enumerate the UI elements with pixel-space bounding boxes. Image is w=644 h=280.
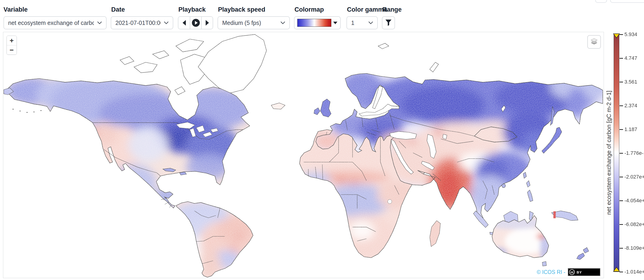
step-back-button[interactable] <box>178 17 190 29</box>
funnel-icon <box>385 19 392 26</box>
range-label: Range <box>382 6 402 13</box>
playback-speed-value: Medium (5 fps) <box>222 19 261 26</box>
cutoff-control-partial <box>610 0 644 3</box>
layers-button[interactable] <box>587 35 601 49</box>
playback-controls <box>178 16 213 29</box>
playback-speed-select[interactable]: Medium (5 fps) <box>218 16 290 29</box>
step-forward-icon <box>205 20 210 26</box>
step-back-icon <box>182 20 186 26</box>
variable-value: net ecosystem exchange of carbon (NEE) <box>8 19 94 26</box>
playback-label: Playback <box>178 6 206 13</box>
colorbar-axis-title: net ecosystem exchange of carbon [gC m-2… <box>606 91 612 215</box>
chevron-down-icon <box>368 21 373 24</box>
noise-overlay <box>4 32 603 278</box>
colorbar-min-handle[interactable] <box>613 267 620 272</box>
colormap-label: Colormap <box>294 6 324 13</box>
colormap-select[interactable] <box>294 16 341 29</box>
world-map[interactable]: + − © ICOS RI - cc BY <box>3 32 604 278</box>
chevron-down-icon <box>97 21 102 24</box>
color-gamma-value: 1 <box>351 19 354 26</box>
zoom-in-button[interactable]: + <box>7 36 16 45</box>
range-filter-button[interactable] <box>382 16 395 29</box>
date-select[interactable]: 2021-07-01T00:00:00Z <box>111 16 173 29</box>
playback-speed-label: Playback speed <box>218 6 265 13</box>
chevron-down-icon <box>164 21 168 24</box>
map-canvas <box>3 32 604 278</box>
app: { "toolbar": { "variable": { "label": "V… <box>0 0 644 280</box>
cc-by-badge[interactable]: cc BY <box>568 268 600 276</box>
attribution-link[interactable]: © ICOS RI - <box>537 269 566 275</box>
colorbar-gradient <box>614 34 619 272</box>
zoom-out-button[interactable]: − <box>7 45 16 54</box>
cc-icon: cc <box>569 269 575 275</box>
attribution: © ICOS RI - cc BY <box>535 268 602 277</box>
variable-select[interactable]: net ecosystem exchange of carbon (NEE) <box>4 16 106 29</box>
cutoff-control-partial <box>595 0 607 3</box>
layers-icon <box>590 38 598 46</box>
map-zoom-control: + − <box>6 36 17 55</box>
play-icon <box>192 19 200 27</box>
colorbar-max-handle[interactable] <box>613 33 620 38</box>
colorbar-ticks: 5.9344.7473.5612.3741.187-1.776e-15-2.02… <box>620 34 644 272</box>
step-forward-button[interactable] <box>201 17 213 29</box>
chevron-down-icon <box>280 21 285 24</box>
color-gamma-label: Color gamma <box>347 6 387 13</box>
color-gamma-select[interactable]: 1 <box>346 16 378 29</box>
variable-label: Variable <box>4 6 28 13</box>
colormap-preview <box>297 19 331 27</box>
date-label: Date <box>111 6 125 13</box>
caret-down-icon <box>333 22 338 24</box>
date-value: 2021-07-01T00:00:00Z <box>116 19 161 26</box>
play-button[interactable] <box>190 17 201 29</box>
